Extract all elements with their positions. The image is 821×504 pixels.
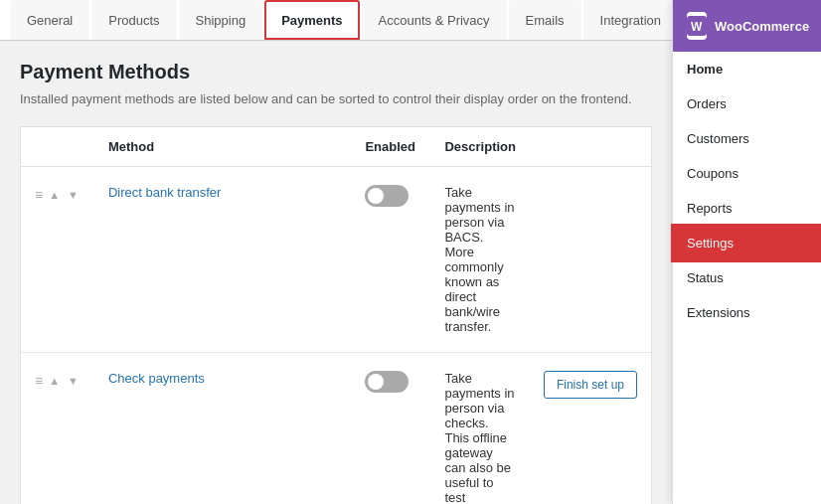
tab-payments[interactable]: Payments: [264, 0, 359, 40]
col-header-action: [530, 127, 652, 167]
toggle-direct-bank[interactable]: [365, 185, 409, 207]
sidebar-header: W WooCommerce: [673, 0, 821, 52]
col-header-description: Description: [430, 127, 530, 167]
tab-emails[interactable]: Emails: [509, 0, 581, 40]
woocommerce-logo: W: [687, 12, 707, 40]
payment-methods-table: Method Enabled Description ≡ ▲ ▼ Direct …: [20, 126, 652, 504]
page-description: Installed payment methods are listed bel…: [20, 91, 652, 106]
tab-accounts[interactable]: Accounts & Privacy: [362, 0, 507, 40]
drag-handle-icon[interactable]: ≡: [35, 373, 43, 389]
sidebar-brand-label: WooCommerce: [715, 19, 809, 34]
action-cell-check-payments: Finish set up: [530, 353, 652, 505]
description-text-check-payments: Take payments in person via checks. This…: [444, 371, 514, 504]
tab-integration[interactable]: Integration: [583, 0, 678, 40]
woo-logo-icon: W: [687, 16, 707, 36]
move-down-button[interactable]: ▼: [66, 189, 81, 202]
sidebar-item-orders[interactable]: Orders: [673, 86, 821, 121]
tab-shipping[interactable]: Shipping: [179, 0, 263, 40]
tab-general[interactable]: General: [10, 0, 89, 40]
row-controls-cell: ≡ ▲ ▼: [21, 353, 94, 505]
sidebar-item-coupons[interactable]: Coupons: [673, 156, 821, 191]
drag-handle-icon[interactable]: ≡: [35, 187, 43, 203]
table-header-row: Method Enabled Description: [21, 127, 652, 167]
finish-setup-button-check[interactable]: Finish set up: [544, 371, 637, 399]
toggle-slider-check-payments: [365, 371, 409, 393]
row-controls: ≡ ▲ ▼: [35, 185, 81, 203]
description-text-direct-bank: Take payments in person via BACS. More c…: [444, 185, 514, 334]
toggle-slider-direct-bank: [365, 185, 409, 207]
svg-text:W: W: [691, 20, 703, 34]
enabled-cell: [351, 353, 430, 505]
method-cell: Direct bank transfer: [94, 167, 351, 353]
sidebar-item-home[interactable]: Home: [673, 52, 821, 86]
toggle-check-payments[interactable]: [365, 371, 409, 393]
method-cell: Check payments: [94, 353, 351, 505]
sidebar-item-status[interactable]: Status: [673, 260, 821, 295]
method-link-check-payments[interactable]: Check payments: [108, 371, 205, 386]
col-header-method: Method: [94, 127, 351, 167]
row-controls: ≡ ▲ ▼: [35, 371, 81, 389]
move-down-button[interactable]: ▼: [66, 375, 81, 388]
sidebar-item-extensions[interactable]: Extensions: [673, 295, 821, 330]
description-cell: Take payments in person via checks. This…: [430, 353, 530, 505]
sidebar-item-settings[interactable]: Settings: [673, 226, 821, 260]
col-header-controls: [21, 127, 94, 167]
tab-products[interactable]: Products: [91, 0, 176, 40]
description-cell: Take payments in person via BACS. More c…: [430, 167, 530, 353]
page-title: Payment Methods: [20, 61, 652, 84]
table-row: ≡ ▲ ▼ Check payments Take payments in pe…: [21, 353, 652, 505]
method-link-direct-bank[interactable]: Direct bank transfer: [108, 185, 221, 200]
move-up-button[interactable]: ▲: [47, 189, 62, 202]
action-cell-direct-bank: [530, 167, 652, 353]
main-content: Payment Methods Installed payment method…: [0, 41, 672, 504]
move-up-button[interactable]: ▲: [47, 375, 62, 388]
enabled-cell: [351, 167, 430, 353]
row-controls-cell: ≡ ▲ ▼: [21, 167, 94, 353]
sidebar-item-reports[interactable]: Reports: [673, 191, 821, 226]
col-header-enabled: Enabled: [351, 127, 430, 167]
sidebar-item-customers[interactable]: Customers: [673, 121, 821, 156]
woocommerce-sidebar: W WooCommerce Home Orders Customers Coup…: [672, 0, 821, 504]
table-row: ≡ ▲ ▼ Direct bank transfer Take payments…: [21, 167, 652, 353]
